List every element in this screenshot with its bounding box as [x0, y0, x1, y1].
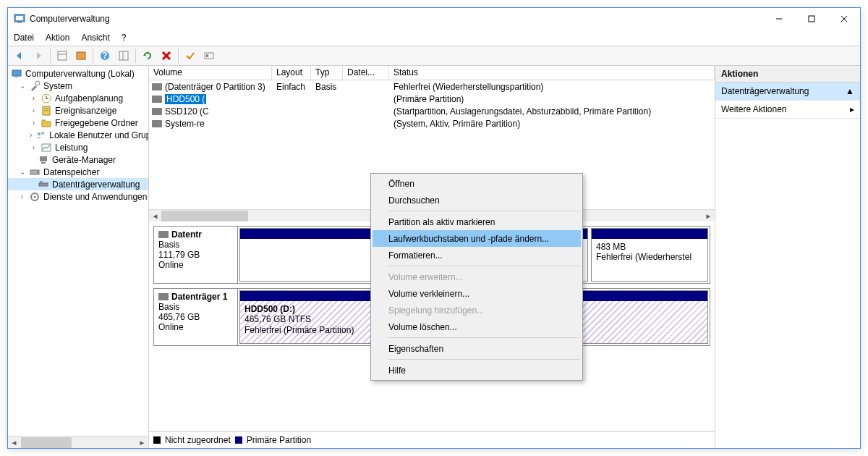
ctx-shrink[interactable]: Volume verkleinern...: [373, 285, 581, 302]
actions-header: Aktionen: [715, 66, 860, 83]
col-layout[interactable]: Layout: [272, 66, 311, 80]
chevron-right-icon: ▸: [850, 104, 854, 114]
svg-rect-20: [206, 54, 208, 57]
svg-point-30: [38, 132, 41, 135]
perf-icon: [41, 142, 52, 153]
ctx-help[interactable]: Hilfe: [373, 362, 581, 379]
refresh-button[interactable]: [139, 47, 156, 64]
tree-eventlog[interactable]: ›Ereignisanzeige: [8, 104, 148, 117]
menu-view[interactable]: Ansicht: [81, 33, 109, 43]
main-window: Computerverwaltung Datei Aktion Ansicht …: [7, 7, 861, 449]
tree-scheduler[interactable]: ›Aufgabenplanung: [8, 92, 148, 104]
col-status[interactable]: Status: [389, 66, 715, 80]
collapse-icon[interactable]: ⌄: [18, 168, 26, 176]
toolbar-check[interactable]: [182, 47, 199, 64]
col-volume[interactable]: Volume: [149, 66, 272, 80]
volume-grid[interactable]: (Datenträger 0 Partition 3)EinfachBasisF…: [149, 80, 715, 130]
svg-rect-21: [12, 70, 21, 76]
ctx-open[interactable]: Öffnen: [373, 175, 581, 192]
menu-help[interactable]: ?: [122, 33, 127, 43]
help-button[interactable]: ?: [96, 47, 114, 64]
svg-marker-8: [37, 52, 41, 59]
minimize-button[interactable]: [762, 8, 795, 30]
actions-more[interactable]: Weitere Aktionen ▸: [715, 101, 860, 119]
tree-pane[interactable]: Computerverwaltung (Lokal) ⌄System ›Aufg…: [8, 66, 149, 448]
ctx-browse[interactable]: Durchsuchen: [373, 192, 581, 208]
svg-point-36: [37, 172, 38, 173]
diskmgmt-icon: [38, 179, 49, 190]
tree-root[interactable]: Computerverwaltung (Lokal): [8, 67, 148, 80]
disk-icon: [152, 83, 162, 90]
svg-rect-34: [41, 162, 46, 164]
expand-icon[interactable]: ›: [30, 131, 32, 139]
tree-perf[interactable]: ›Leistung: [8, 141, 148, 153]
expand-icon[interactable]: ›: [30, 106, 38, 114]
svg-point-23: [35, 81, 40, 85]
ctx-mark-active[interactable]: Partition als aktiv markieren: [373, 214, 581, 230]
tree-shares[interactable]: ›Freigegebene Ordner: [8, 117, 148, 129]
legend: Nicht zugeordnet Primäre Partition: [149, 431, 715, 448]
svg-rect-2: [17, 22, 22, 23]
volume-row[interactable]: (Datenträger 0 Partition 3)EinfachBasisF…: [149, 80, 715, 93]
expand-icon[interactable]: ›: [18, 193, 26, 200]
svg-rect-22: [15, 77, 18, 77]
toolbar-btn-1[interactable]: [54, 47, 71, 64]
close-button[interactable]: [827, 8, 860, 30]
tree-services[interactable]: ›Dienste und Anwendungen: [8, 190, 148, 203]
ctx-delete[interactable]: Volume löschen...: [373, 318, 581, 335]
window-title: Computerverwaltung: [30, 14, 762, 24]
tree-system[interactable]: ⌄System: [8, 80, 148, 92]
disk-icon: [158, 231, 169, 238]
ctx-format[interactable]: Formatieren...: [373, 247, 581, 263]
forward-button[interactable]: [30, 47, 47, 64]
volume-row[interactable]: SSD120 (C(Startpartition, Auslagerungsda…: [149, 105, 715, 117]
toolbar-btn-4[interactable]: [200, 47, 218, 64]
legend-unalloc: Nicht zugeordnet: [165, 435, 231, 445]
toolbar-btn-2[interactable]: [72, 47, 90, 64]
volume-row[interactable]: System-re(System, Aktiv, Primäre Partiti…: [149, 117, 715, 130]
back-button[interactable]: [11, 47, 28, 64]
storage-icon: [29, 166, 41, 178]
svg-rect-4: [809, 16, 814, 22]
delete-button[interactable]: [158, 47, 175, 64]
legend-primary-icon: [235, 436, 242, 444]
svg-rect-9: [58, 51, 67, 60]
toolbar-btn-3[interactable]: [115, 47, 132, 64]
expand-icon[interactable]: ›: [30, 119, 38, 127]
tools-icon: [29, 80, 41, 92]
col-type[interactable]: Typ: [311, 66, 343, 80]
tree-devices[interactable]: Geräte-Manager: [8, 153, 148, 166]
tree-storage[interactable]: ⌄Datenspeicher: [8, 166, 148, 178]
volume-row-selected[interactable]: HDD500 ((Primäre Partition): [149, 93, 715, 105]
svg-rect-33: [40, 156, 47, 161]
svg-rect-38: [40, 181, 43, 183]
actions-pane: Aktionen Datenträgerverwaltung ▲ Weitere…: [715, 66, 860, 448]
svg-rect-14: [119, 51, 128, 60]
col-fs[interactable]: Datei...: [343, 66, 389, 80]
main-area: Computerverwaltung (Lokal) ⌄System ›Aufg…: [8, 66, 860, 448]
center-pane: Volume Layout Typ Datei... Status (Daten…: [149, 66, 715, 448]
collapse-icon[interactable]: ⌄: [18, 82, 26, 90]
maximize-button[interactable]: [795, 8, 827, 30]
disk0-part-recovery[interactable]: 483 MBFehlerfrei (Wiederherstel: [591, 228, 708, 282]
disk-icon: [152, 108, 162, 115]
legend-unalloc-icon: [153, 436, 161, 444]
disk-icon: [152, 96, 162, 103]
titlebar: Computerverwaltung: [8, 8, 860, 30]
expand-icon[interactable]: ›: [30, 94, 38, 102]
ctx-change-letter[interactable]: Laufwerkbuchstaben und -pfade ändern...: [373, 230, 581, 247]
tree-diskmgmt[interactable]: Datenträgerverwaltung: [8, 178, 148, 190]
menu-action[interactable]: Aktion: [46, 33, 69, 43]
tree-users[interactable]: ›Lokale Benutzer und Gruppen: [8, 129, 148, 141]
legend-primary: Primäre Partition: [247, 435, 311, 445]
svg-point-31: [41, 132, 44, 135]
expand-icon[interactable]: ›: [30, 143, 38, 151]
actions-section[interactable]: Datenträgerverwaltung ▲: [715, 83, 860, 101]
svg-text:?: ?: [102, 51, 107, 61]
tree-hscrollbar[interactable]: ◄►: [8, 436, 148, 448]
menu-file[interactable]: Datei: [14, 33, 34, 43]
volume-grid-header: Volume Layout Typ Datei... Status: [149, 66, 715, 80]
ctx-properties[interactable]: Eigenschaften: [373, 340, 581, 357]
svg-point-40: [34, 195, 36, 198]
menubar: Datei Aktion Ansicht ?: [8, 30, 860, 46]
